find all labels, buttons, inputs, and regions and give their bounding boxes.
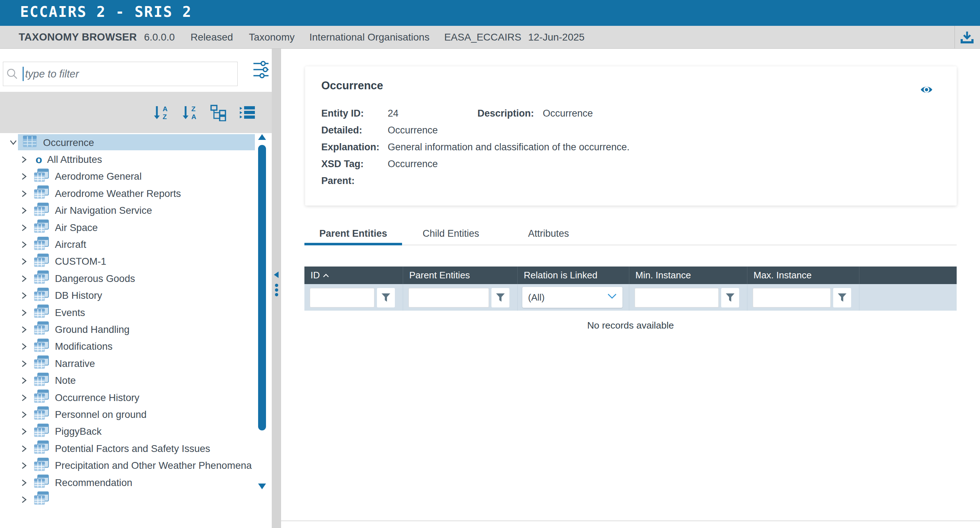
filter-funnel-button-max-instance[interactable] bbox=[833, 288, 851, 308]
tab-attributes[interactable]: Attributes bbox=[500, 221, 597, 245]
filter-settings-button[interactable] bbox=[252, 60, 270, 79]
expand-chevron-icon[interactable] bbox=[21, 275, 29, 283]
expand-chevron-icon[interactable] bbox=[21, 342, 29, 350]
hierarchy-view-button[interactable] bbox=[209, 103, 228, 122]
column-header-parent-entities[interactable]: Parent Entities bbox=[403, 266, 518, 284]
filter-input-id[interactable] bbox=[310, 288, 374, 308]
tab-parent-entities[interactable]: Parent Entities bbox=[304, 221, 402, 245]
column-header-max-instance[interactable]: Max. Instance bbox=[748, 266, 859, 284]
expand-chevron-icon[interactable] bbox=[21, 326, 29, 334]
column-header-id[interactable]: ID bbox=[304, 266, 403, 284]
expand-chevron-icon[interactable] bbox=[21, 360, 29, 368]
scrollbar-thumb[interactable] bbox=[258, 145, 266, 430]
expand-chevron-icon[interactable] bbox=[21, 241, 29, 249]
tree-item-partial[interactable]: o bbox=[0, 491, 272, 508]
empty-table-message: No records available bbox=[304, 320, 957, 331]
tree-item-ground-handling[interactable]: o Ground Handling bbox=[0, 321, 272, 338]
tree-filter-input[interactable]: type to filter bbox=[3, 62, 238, 86]
tree-item-note[interactable]: o Note bbox=[0, 372, 272, 389]
tree-item-precipitation-and-other-weather-phenomena[interactable]: o Precipitation and Other Weather Phenom… bbox=[0, 457, 272, 474]
tree-item-narrative[interactable]: o Narrative bbox=[0, 355, 272, 372]
tree-item-occurrence[interactable]: o Occurrence bbox=[0, 134, 272, 151]
scrollbar-up-arrow[interactable] bbox=[258, 134, 266, 140]
menu-item-taxonomy[interactable]: Taxonomy bbox=[249, 32, 295, 43]
sort-za-button[interactable]: Z A bbox=[181, 103, 199, 122]
expand-chevron-icon[interactable] bbox=[21, 258, 29, 265]
expand-chevron-icon[interactable] bbox=[21, 292, 29, 300]
tree-item-air-navigation-service[interactable]: o Air Navigation Service bbox=[0, 202, 272, 219]
expand-chevron-icon[interactable] bbox=[21, 461, 29, 469]
expand-chevron-icon[interactable] bbox=[21, 156, 29, 163]
taxonomy-sidebar: type to filter A Z bbox=[0, 49, 272, 528]
linked-entity-tables-icon bbox=[33, 219, 49, 236]
filter-input-parent-entities[interactable] bbox=[409, 288, 489, 308]
tree-item-all-attributes[interactable]: o All Attributes bbox=[0, 151, 272, 168]
tree-item-custom-1[interactable]: o CUSTOM-1 bbox=[0, 253, 272, 270]
expand-chevron-icon[interactable] bbox=[21, 428, 29, 436]
filter-funnel-button-min-instance[interactable] bbox=[721, 288, 739, 308]
sort-az-icon: A Z bbox=[153, 104, 170, 121]
filter-input-max-instance[interactable] bbox=[753, 288, 830, 308]
expand-chevron-icon[interactable] bbox=[21, 207, 29, 214]
sidebar-search-row: type to filter bbox=[0, 49, 272, 92]
sort-za-icon: Z A bbox=[181, 104, 199, 121]
scrollbar-down-arrow[interactable] bbox=[258, 484, 266, 489]
tree-item-db-history[interactable]: o DB History bbox=[0, 287, 272, 304]
expand-chevron-icon[interactable] bbox=[10, 139, 17, 147]
linked-entity-tables-icon bbox=[33, 338, 49, 355]
column-header-min-instance[interactable]: Min. Instance bbox=[629, 266, 748, 284]
tree-item-aircraft[interactable]: o Aircraft bbox=[0, 236, 272, 253]
menu-item-international-organisations[interactable]: International Organisations bbox=[309, 32, 430, 43]
splitter-drag-handle[interactable] bbox=[275, 284, 278, 296]
tree-item-occurrence-history[interactable]: o Occurrence History bbox=[0, 389, 272, 406]
filter-funnel-button-id[interactable] bbox=[377, 288, 395, 308]
linked-entity-tables-icon bbox=[33, 236, 49, 253]
expand-chevron-icon[interactable] bbox=[21, 479, 29, 487]
expand-chevron-icon[interactable] bbox=[21, 411, 29, 419]
tree-item-label: Personnel on ground bbox=[55, 409, 146, 420]
linked-entity-tables-icon bbox=[33, 474, 49, 491]
list-view-icon bbox=[239, 104, 256, 121]
tree-item-air-space[interactable]: o Air Space bbox=[0, 219, 272, 236]
filter-placeholder: type to filter bbox=[25, 68, 79, 80]
tree-item-label: DB History bbox=[55, 290, 102, 301]
column-header-relation-is-linked[interactable]: Relation is Linked bbox=[518, 266, 629, 284]
app-logo: ECCAIRS 2 - SRIS 2 bbox=[20, 3, 192, 20]
tree-item-modifications[interactable]: o Modifications bbox=[0, 338, 272, 355]
linked-entity-tables-icon bbox=[33, 287, 49, 304]
expand-chevron-icon[interactable] bbox=[21, 377, 29, 385]
collapse-sidebar-icon[interactable] bbox=[274, 271, 278, 278]
expand-chevron-icon[interactable] bbox=[21, 224, 29, 232]
filter-select-relation-is-linked[interactable]: (All) bbox=[522, 287, 622, 308]
tree-item-recommendation[interactable]: o Recommendation bbox=[0, 474, 272, 491]
download-button[interactable] bbox=[959, 30, 975, 44]
menu-item-released[interactable]: Released bbox=[191, 32, 233, 43]
expand-chevron-icon[interactable] bbox=[21, 496, 29, 504]
tab-child-entities[interactable]: Child Entities bbox=[402, 221, 500, 245]
tree-item-potential-factors-and-safety-issues[interactable]: o Potential Factors and Safety Issues bbox=[0, 440, 272, 457]
tree-item-piggyback[interactable]: o PiggyBack bbox=[0, 423, 272, 440]
tree-item-aerodrome-general[interactable]: o Aerodrome General bbox=[0, 168, 272, 185]
tree-item-dangerous-goods[interactable]: o Dangerous Goods bbox=[0, 270, 272, 287]
svg-text:A: A bbox=[191, 113, 196, 121]
sort-az-button[interactable]: A Z bbox=[152, 103, 170, 122]
filter-input-min-instance[interactable] bbox=[635, 288, 719, 308]
relation-tabs: Parent Entities Child Entities Attribute… bbox=[304, 221, 957, 245]
expand-chevron-icon[interactable] bbox=[21, 190, 29, 198]
column-header-empty[interactable] bbox=[859, 266, 957, 284]
expand-chevron-icon[interactable] bbox=[21, 394, 29, 402]
view-button[interactable] bbox=[920, 84, 933, 95]
expand-chevron-icon[interactable] bbox=[21, 309, 29, 317]
panel-splitter[interactable] bbox=[272, 49, 281, 528]
tree-item-personnel-on-ground[interactable]: o Personnel on ground bbox=[0, 406, 272, 423]
version-label: 6.0.0.0 bbox=[144, 32, 175, 43]
expand-chevron-icon[interactable] bbox=[21, 173, 29, 181]
list-view-button[interactable] bbox=[238, 103, 257, 122]
bottom-border bbox=[281, 520, 980, 521]
tree-item-label: Ground Handling bbox=[55, 324, 130, 335]
dataset-label[interactable]: EASA_ECCAIRS bbox=[444, 32, 521, 43]
tree-item-aerodrome-weather-reports[interactable]: o Aerodrome Weather Reports bbox=[0, 185, 272, 202]
filter-funnel-button-parent-entities[interactable] bbox=[492, 288, 509, 308]
expand-chevron-icon[interactable] bbox=[21, 445, 29, 453]
tree-item-events[interactable]: o Events bbox=[0, 304, 272, 321]
